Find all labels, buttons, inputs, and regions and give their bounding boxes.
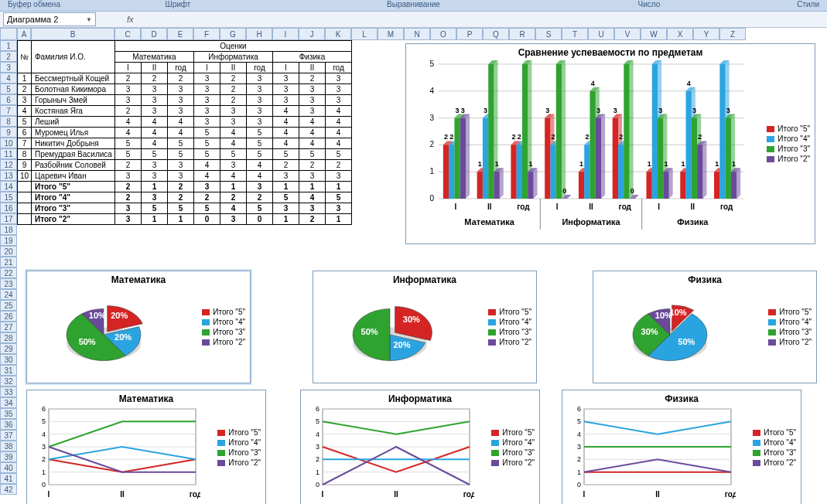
- col-header-X[interactable]: X: [667, 28, 693, 40]
- table-total-row[interactable]: Итого "3"355545333: [18, 203, 352, 214]
- chevron-down-icon[interactable]: ▼: [86, 16, 92, 23]
- chart-bar-comparison[interactable]: Сравнение успеваемости по предметам 0123…: [405, 43, 815, 244]
- row-header-4[interactable]: 4: [0, 73, 17, 83]
- fx-label[interactable]: fx: [127, 15, 134, 24]
- select-all-corner[interactable]: [0, 28, 17, 40]
- chart-pie-phys[interactable]: Физика 10%50%30%10% Итого "5"Итого "4"Ит…: [593, 271, 817, 383]
- col-header-K[interactable]: K: [325, 28, 351, 40]
- col-header-G[interactable]: G: [220, 28, 246, 40]
- col-header-E[interactable]: E: [167, 28, 193, 40]
- row-header-40[interactable]: 40: [0, 462, 17, 473]
- col-header-R[interactable]: R: [509, 28, 535, 40]
- row-header-23[interactable]: 23: [0, 278, 17, 289]
- table-row[interactable]: 4Костяная Яга233333434: [18, 106, 352, 117]
- row-header-19[interactable]: 19: [0, 235, 17, 246]
- col-header-Z[interactable]: Z: [719, 28, 746, 40]
- row-header-31[interactable]: 31: [0, 365, 17, 376]
- chart-pie-math[interactable]: Математика 20%20%50%10% Итого "5"Итого "…: [26, 271, 251, 383]
- row-header-3[interactable]: 3: [0, 62, 17, 73]
- table-row[interactable]: 1Бессмертный Кощей222323323: [18, 73, 352, 84]
- col-header-W[interactable]: W: [641, 28, 667, 40]
- row-header-32[interactable]: 32: [0, 376, 17, 387]
- col-header-B[interactable]: B: [31, 28, 114, 40]
- row-header-27[interactable]: 27: [0, 322, 17, 332]
- row-header-7[interactable]: 7: [0, 105, 17, 116]
- row-header-5[interactable]: 5: [0, 83, 17, 94]
- row-header-10[interactable]: 10: [0, 138, 17, 148]
- table-total-row[interactable]: Итого "2"311030121: [18, 214, 352, 225]
- col-header-L[interactable]: L: [351, 28, 378, 40]
- col-header-J[interactable]: J: [299, 28, 325, 40]
- col-header-C[interactable]: C: [114, 28, 141, 40]
- table-row[interactable]: 8Премудрая Василиса555555555: [18, 149, 352, 160]
- row-header-30[interactable]: 30: [0, 354, 17, 365]
- row-header-26[interactable]: 26: [0, 311, 17, 322]
- table-row[interactable]: 7Никитич Добрыня545545444: [18, 138, 352, 149]
- chart-line-inf[interactable]: Информатика 0123456IIIгод Итого "5"Итого…: [300, 390, 540, 504]
- table-total-row[interactable]: Итого "4"232222545: [18, 192, 352, 203]
- col-header-N[interactable]: N: [404, 28, 430, 40]
- row-header-42[interactable]: 42: [0, 484, 17, 495]
- row-header-24[interactable]: 24: [0, 289, 17, 300]
- table-row[interactable]: 3Горыныч Змей333323333: [18, 95, 352, 106]
- row-header-2[interactable]: 2: [0, 51, 17, 62]
- col-header-Q[interactable]: Q: [483, 28, 509, 40]
- col-header-V[interactable]: V: [614, 28, 641, 40]
- row-header-16[interactable]: 16: [0, 203, 17, 213]
- grades-table: №Фамилия И.О.ОценкиМатематикаИнформатика…: [17, 40, 352, 225]
- pie-plot: 30%20%50%: [316, 287, 463, 378]
- worksheet[interactable]: ABCDEFGHIJKLMNOPQRSTUVWXYZ 1234567891011…: [0, 28, 827, 504]
- chart-line-phys[interactable]: Физика 0123456IIIгод Итого "5"Итого "4"И…: [562, 390, 801, 504]
- col-header-U[interactable]: U: [588, 28, 614, 40]
- table-row[interactable]: 10Царевич Иван333444333: [18, 171, 352, 182]
- table-row[interactable]: 5Леший444333444: [18, 117, 352, 128]
- table-row[interactable]: 2Болотная Кикимора333323333: [18, 84, 352, 95]
- chart-line-math[interactable]: Математика 0123456IIIгод Итого "5"Итого …: [26, 390, 266, 504]
- table-row[interactable]: 6Муромец Илья444545444: [18, 128, 352, 138]
- svg-rect-26: [460, 118, 466, 199]
- row-header-14[interactable]: 14: [0, 181, 17, 192]
- row-header-41[interactable]: 41: [0, 473, 17, 484]
- row-header-36[interactable]: 36: [0, 419, 17, 430]
- col-header-Y[interactable]: Y: [693, 28, 719, 40]
- row-header-25[interactable]: 25: [0, 300, 17, 311]
- col-header-D[interactable]: D: [141, 28, 167, 40]
- row-header-22[interactable]: 22: [0, 267, 17, 278]
- col-header-S[interactable]: S: [535, 28, 562, 40]
- svg-text:II: II: [589, 203, 593, 211]
- row-header-8[interactable]: 8: [0, 116, 17, 127]
- name-box[interactable]: Диаграмма 2 ▼: [3, 12, 96, 26]
- table-row[interactable]: 9Разбойник Соловей233434222: [18, 160, 352, 171]
- col-header-I[interactable]: I: [272, 28, 299, 40]
- row-header-38[interactable]: 38: [0, 441, 17, 451]
- table-total-row[interactable]: Итого "5"212313111: [18, 182, 352, 192]
- row-header-18[interactable]: 18: [0, 224, 17, 235]
- row-header-17[interactable]: 17: [0, 213, 17, 224]
- col-header-A[interactable]: A: [17, 28, 31, 40]
- row-header-37[interactable]: 37: [0, 430, 17, 441]
- col-header-M[interactable]: M: [378, 28, 404, 40]
- row-header-6[interactable]: 6: [0, 94, 17, 105]
- col-header-O[interactable]: O: [430, 28, 456, 40]
- row-header-21[interactable]: 21: [0, 257, 17, 267]
- row-header-15[interactable]: 15: [0, 192, 17, 203]
- row-header-34[interactable]: 34: [0, 397, 17, 408]
- col-header-F[interactable]: F: [193, 28, 220, 40]
- row-header-11[interactable]: 11: [0, 148, 17, 159]
- col-header-P[interactable]: P: [456, 28, 483, 40]
- row-header-20[interactable]: 20: [0, 246, 17, 257]
- pie-plot: 20%20%50%10%: [30, 287, 177, 378]
- row-header-1[interactable]: 1: [0, 40, 17, 51]
- svg-text:1: 1: [579, 160, 583, 168]
- col-header-T[interactable]: T: [562, 28, 588, 40]
- row-header-12[interactable]: 12: [0, 159, 17, 170]
- row-header-9[interactable]: 9: [0, 127, 17, 138]
- row-header-33[interactable]: 33: [0, 387, 17, 397]
- col-header-H[interactable]: H: [246, 28, 272, 40]
- row-header-28[interactable]: 28: [0, 332, 17, 343]
- chart-pie-inf[interactable]: Информатика 30%20%50% Итого "5"Итого "4"…: [313, 271, 537, 383]
- row-header-39[interactable]: 39: [0, 451, 17, 462]
- row-header-29[interactable]: 29: [0, 343, 17, 354]
- row-header-13[interactable]: 13: [0, 170, 17, 181]
- row-header-35[interactable]: 35: [0, 408, 17, 419]
